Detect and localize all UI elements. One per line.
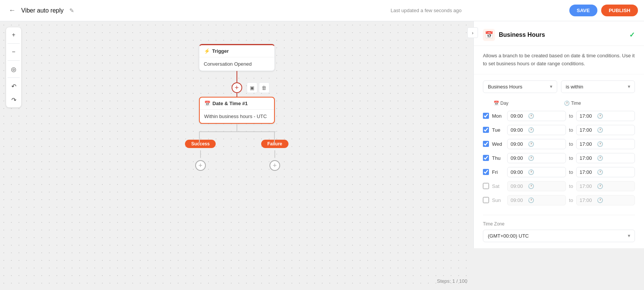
- day-header: 📅 Day: [494, 101, 507, 106]
- condition-type-select[interactable]: Business Hours: [483, 80, 557, 93]
- failure-line: [274, 150, 275, 158]
- to-time-wrapper-thu: 🕐: [576, 153, 635, 163]
- from-time-input-thu[interactable]: [511, 155, 526, 161]
- to-time-input-tue[interactable]: [580, 127, 595, 133]
- to-time-input-wed[interactable]: [580, 141, 595, 147]
- timezone-select-wrapper: (GMT+00:00) UTC ▼: [483, 230, 635, 242]
- to-label-wed: to: [569, 141, 573, 147]
- condition-operator-select[interactable]: is within: [561, 80, 635, 93]
- checkbox-sat[interactable]: [483, 183, 489, 189]
- right-panel-wrapper: › 📅 Business Hours ✓ Allows a branch to …: [473, 21, 644, 290]
- fit-view-button[interactable]: ◎: [8, 63, 20, 75]
- to-clock-icon-fri: 🕐: [597, 169, 603, 175]
- to-time-input-thu[interactable]: [580, 155, 595, 161]
- from-clock-icon-fri: 🕐: [528, 169, 534, 175]
- from-time-wrapper-wed: 🕐: [507, 139, 566, 149]
- to-clock-icon-mon: 🕐: [597, 113, 603, 119]
- checkbox-wed[interactable]: [483, 141, 489, 147]
- steps-counter: Steps: 1 / 100: [437, 278, 467, 284]
- to-time-input-mon[interactable]: [580, 113, 595, 119]
- from-time-input-wed[interactable]: [511, 141, 526, 147]
- day-label-mon: Mon: [492, 113, 504, 119]
- schedule-row-fri: Fri🕐to🕐: [483, 165, 635, 179]
- connector-2: [237, 93, 237, 97]
- from-time-input-fri[interactable]: [511, 169, 526, 175]
- date-time-node[interactable]: 📅 Date & Time #1 Within business hours -…: [199, 97, 275, 124]
- trigger-icon: ⚡: [204, 48, 210, 54]
- day-label-fri: Fri: [492, 169, 504, 175]
- schedule-row-thu: Thu🕐to🕐: [483, 151, 635, 165]
- copy-node-button[interactable]: ▣: [247, 82, 257, 93]
- delete-node-button[interactable]: 🗑: [259, 82, 270, 93]
- undo-button[interactable]: ↶: [8, 80, 20, 92]
- checkbox-sun[interactable]: [483, 197, 489, 203]
- trigger-node[interactable]: ⚡ Trigger Conversation Opened: [199, 44, 275, 71]
- canvas[interactable]: + − ◎ ↶ ↷ ⚡ Trigger Conversation Opened: [0, 21, 473, 290]
- redo-button[interactable]: ↷: [8, 94, 20, 106]
- checkbox-thu[interactable]: [483, 155, 489, 161]
- panel-title: Business Hours: [499, 32, 625, 38]
- schedule-row-tue: Tue🕐to🕐: [483, 123, 635, 137]
- from-clock-icon-wed: 🕐: [528, 141, 534, 147]
- branch-v-line: [237, 124, 237, 131]
- header: ← Viber auto reply ✎ Last updated a few …: [0, 0, 644, 21]
- save-button[interactable]: SAVE: [569, 5, 597, 16]
- from-time-wrapper-sun: 🕐: [507, 195, 566, 205]
- from-time-input-mon[interactable]: [511, 113, 526, 119]
- trigger-header: ⚡ Trigger: [199, 45, 274, 57]
- trigger-content: Conversation Opened: [204, 61, 252, 67]
- timezone-label: Time Zone: [483, 221, 635, 227]
- calendar-icon: 📅: [204, 101, 210, 106]
- back-button[interactable]: ←: [6, 5, 18, 17]
- panel-toggle-button[interactable]: ›: [467, 27, 478, 38]
- condition-operator-wrapper: is within ▼: [561, 80, 635, 93]
- from-time-input-sat: [511, 183, 526, 189]
- publish-button[interactable]: PUBLISH: [601, 5, 638, 16]
- to-label-sat: to: [569, 183, 573, 189]
- timezone-select[interactable]: (GMT+00:00) UTC: [483, 230, 635, 242]
- trigger-body: Conversation Opened: [199, 57, 274, 71]
- date-time-label: Date & Time #1: [213, 101, 248, 106]
- day-label-sun: Sun: [492, 197, 504, 203]
- to-label-fri: to: [569, 169, 573, 175]
- panel-body: Business Hours ▼ is within ▼: [474, 74, 644, 248]
- to-clock-icon-wed: 🕐: [597, 141, 603, 147]
- checkbox-mon[interactable]: [483, 113, 489, 119]
- day-label-tue: Tue: [492, 127, 504, 133]
- schedule-header: 📅 Day 🕐 Time: [483, 99, 635, 109]
- save-status: Last updated a few seconds ago: [288, 8, 565, 13]
- to-clock-icon-sat: 🕐: [597, 183, 603, 189]
- to-time-input-sat: [580, 183, 595, 189]
- checkbox-fri[interactable]: [483, 169, 489, 175]
- clock-small-icon: 🕐: [564, 101, 570, 106]
- date-time-header: 📅 Date & Time #1: [200, 98, 274, 110]
- add-failure-button[interactable]: +: [270, 160, 280, 171]
- success-line: [200, 150, 201, 158]
- panel-description: Allows a branch to be created based on d…: [474, 46, 644, 74]
- to-time-wrapper-tue: 🕐: [576, 125, 635, 135]
- panel-header: 📅 Business Hours ✓: [474, 21, 644, 46]
- branch-h-line: [199, 131, 276, 132]
- add-node-button[interactable]: +: [232, 82, 242, 93]
- from-clock-icon-sat: 🕐: [528, 183, 534, 189]
- main-layout: + − ◎ ↶ ↷ ⚡ Trigger Conversation Opened: [0, 21, 644, 290]
- from-time-wrapper-fri: 🕐: [507, 167, 566, 177]
- from-time-input-tue[interactable]: [511, 127, 526, 133]
- canvas-toolbar: + − ◎ ↶ ↷: [6, 27, 21, 107]
- to-time-input-fri[interactable]: [580, 169, 595, 175]
- from-clock-icon-sun: 🕐: [528, 197, 534, 203]
- date-time-body: Within business hours - UTC: [200, 110, 274, 123]
- edit-title-button[interactable]: ✎: [67, 5, 77, 16]
- checkbox-tue[interactable]: [483, 127, 489, 133]
- day-label-thu: Thu: [492, 155, 504, 161]
- schedule-row-mon: Mon🕐to🕐: [483, 109, 635, 123]
- to-label-tue: to: [569, 127, 573, 133]
- from-clock-icon-mon: 🕐: [528, 113, 534, 119]
- from-clock-icon-thu: 🕐: [528, 155, 534, 161]
- condition-type-wrapper: Business Hours ▼: [483, 80, 557, 93]
- day-label-sat: Sat: [492, 183, 504, 189]
- add-success-button[interactable]: +: [195, 160, 206, 171]
- schedule-rows: Mon🕐to🕐Tue🕐to🕐Wed🕐to🕐Thu🕐to🕐Fri🕐to🕐Sat🕐t…: [483, 109, 635, 207]
- zoom-in-button[interactable]: +: [8, 29, 20, 41]
- zoom-out-button[interactable]: −: [8, 46, 20, 58]
